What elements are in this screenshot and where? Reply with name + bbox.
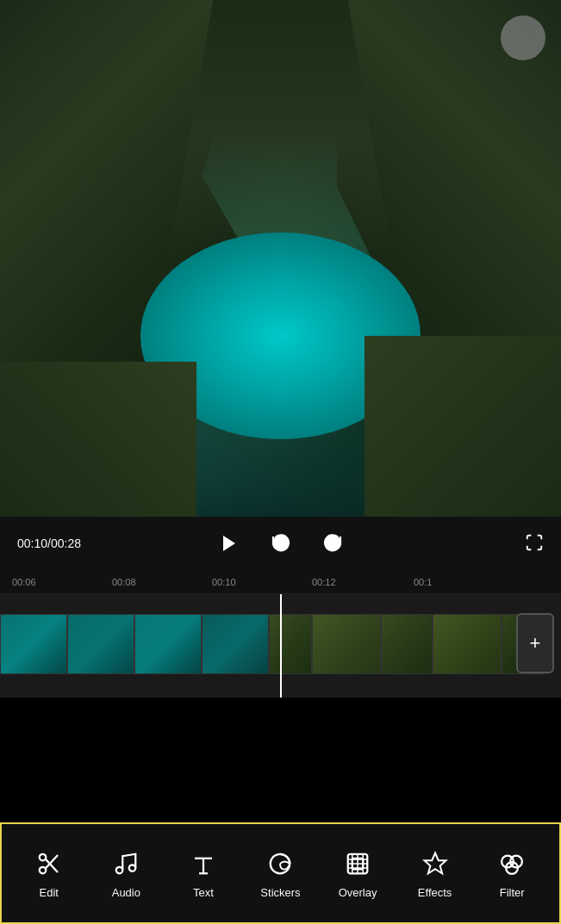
scissors-icon	[34, 848, 65, 879]
playback-controls	[149, 528, 413, 559]
tool-audio[interactable]: Audio	[96, 840, 156, 908]
video-preview	[0, 0, 561, 517]
tool-edit-label: Edit	[40, 886, 59, 899]
playhead	[280, 594, 282, 698]
bottom-toolbar: Edit Audio Text	[0, 822, 561, 924]
film-frame-4	[202, 614, 269, 674]
svg-marker-0	[223, 536, 235, 551]
ruler-label-3: 00:10	[212, 577, 236, 587]
tool-effects-label: Effects	[418, 886, 452, 899]
redo-button[interactable]	[317, 528, 348, 559]
ruler-label-4: 00:12	[312, 577, 336, 587]
sticker-icon	[265, 848, 296, 879]
ruler-label-1: 00:06	[12, 577, 36, 587]
film-frame-6	[312, 614, 381, 674]
ruler-label-5: 00:1	[414, 577, 432, 587]
fullscreen-area	[412, 533, 544, 555]
ruler-marks: 00:06 00:08 00:10 00:12 00:1	[0, 570, 561, 593]
tool-audio-label: Audio	[112, 886, 140, 899]
svg-point-6	[129, 865, 136, 871]
film-frame-8	[433, 614, 502, 674]
tool-edit[interactable]: Edit	[19, 840, 79, 908]
tool-stickers-label: Stickers	[260, 886, 300, 899]
film-frame-5	[269, 614, 312, 674]
overlay-icon	[342, 848, 373, 879]
add-clip-button[interactable]: +	[516, 613, 554, 673]
tool-overlay[interactable]: Overlay	[327, 840, 388, 908]
tool-text[interactable]: Text	[173, 840, 234, 908]
rock-bottom-right	[365, 336, 561, 517]
timeline-area[interactable]: +	[0, 594, 561, 698]
film-frame-7	[381, 614, 433, 674]
tool-effects[interactable]: Effects	[405, 840, 465, 908]
film-frame-3	[134, 614, 202, 674]
controls-bar: 00:10/00:28	[0, 517, 561, 570]
undo-button[interactable]	[265, 528, 296, 559]
time-display: 00:10/00:28	[17, 536, 149, 550]
text-icon	[188, 848, 219, 879]
tool-stickers[interactable]: Stickers	[250, 840, 310, 908]
tool-overlay-label: Overlay	[339, 886, 377, 899]
filter-icon	[496, 848, 527, 879]
tool-text-label: Text	[193, 886, 214, 899]
effects-icon	[420, 848, 451, 879]
fullscreen-button[interactable]	[525, 533, 544, 555]
play-button[interactable]	[214, 528, 245, 559]
rock-bottom-left	[0, 362, 196, 517]
film-frame-1	[0, 614, 67, 674]
ruler-label-2: 00:08	[112, 577, 136, 587]
svg-marker-19	[424, 853, 446, 873]
film-frame-2	[67, 614, 134, 674]
music-note-icon	[110, 848, 141, 879]
tool-filter[interactable]: Filter	[482, 840, 542, 908]
svg-point-5	[116, 866, 123, 873]
tool-filter-label: Filter	[500, 886, 525, 899]
circle-button[interactable]	[501, 16, 545, 60]
timeline-ruler: 00:06 00:08 00:10 00:12 00:1	[0, 570, 561, 594]
